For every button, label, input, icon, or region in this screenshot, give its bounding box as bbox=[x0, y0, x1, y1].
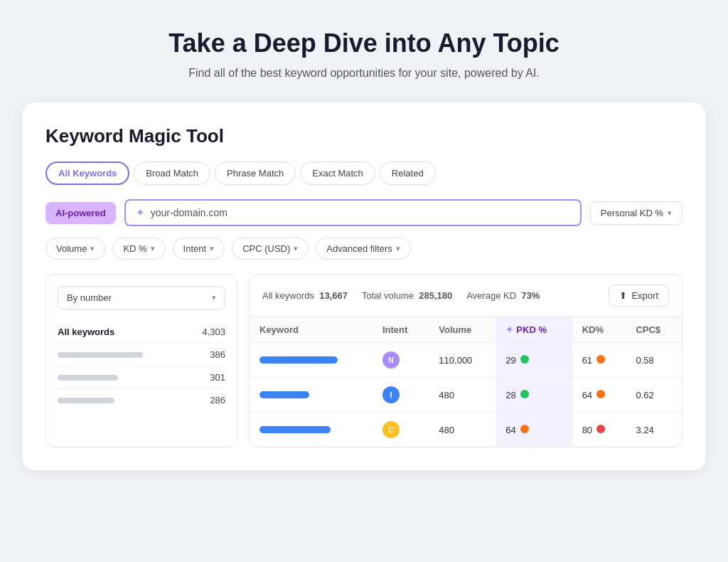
all-kw-label: All keywords bbox=[262, 290, 314, 301]
filter-row: Volume ▾ KD % ▾ Intent ▾ CPC (USD) ▾ Adv… bbox=[46, 238, 682, 260]
chevron-down-icon: ▾ bbox=[396, 244, 400, 253]
pkd-dot bbox=[520, 390, 529, 398]
kw-item-count: 301 bbox=[210, 372, 225, 383]
cell-cpc: 0.62 bbox=[626, 378, 682, 413]
export-button[interactable]: ⬆ Export bbox=[609, 285, 669, 307]
col-kd: KD% bbox=[572, 317, 626, 343]
sparkle-icon: ✦ bbox=[136, 206, 145, 219]
total-vol-stat: Total volume 285,180 bbox=[362, 290, 452, 301]
content-area: By number ▾ All keywords 4,303 386 301 2… bbox=[46, 274, 682, 447]
kd-dot bbox=[596, 390, 605, 398]
tab-exact-match[interactable]: Exact Match bbox=[300, 161, 375, 185]
list-item[interactable]: 286 bbox=[58, 389, 225, 411]
export-label: Export bbox=[631, 290, 658, 301]
kd-filter-label: KD % bbox=[123, 243, 146, 254]
kw-item-label: All keywords bbox=[58, 327, 114, 337]
intent-badge: I bbox=[382, 386, 400, 403]
avg-kd-stat: Average KD 73% bbox=[466, 290, 540, 301]
avg-kd-value: 73% bbox=[521, 290, 540, 301]
tab-phrase-match[interactable]: Phrase Match bbox=[215, 161, 296, 185]
chevron-down-icon: ▾ bbox=[90, 244, 95, 253]
tab-all-keywords[interactable]: All Keywords bbox=[46, 161, 129, 185]
cell-intent: N bbox=[373, 343, 429, 378]
hero-subtitle: Find all of the best keyword opportuniti… bbox=[168, 67, 559, 80]
all-kw-value: 13,667 bbox=[319, 290, 348, 301]
pkd-dot bbox=[520, 425, 529, 433]
search-input-wrap[interactable]: ✦ bbox=[124, 199, 582, 226]
right-panel: All keywords 13,667 Total volume 285,180… bbox=[249, 274, 682, 447]
volume-filter-label: Volume bbox=[56, 243, 87, 254]
cell-cpc: 3.24 bbox=[626, 413, 682, 447]
avg-kd-label: Average KD bbox=[466, 290, 516, 301]
advanced-filters[interactable]: Advanced filters ▾ bbox=[316, 238, 411, 260]
cell-keyword bbox=[250, 378, 373, 413]
cell-intent: C bbox=[373, 413, 429, 447]
stats-bar: All keywords 13,667 Total volume 285,180… bbox=[262, 290, 540, 301]
keyword-bar bbox=[259, 391, 309, 398]
col-keyword: Keyword bbox=[250, 317, 373, 343]
table-row: I 480 28 64 0.62 bbox=[250, 378, 682, 413]
kd-filter[interactable]: KD % ▾ bbox=[112, 238, 165, 260]
cell-keyword bbox=[250, 413, 373, 447]
intent-filter-label: Intent bbox=[183, 243, 207, 254]
cell-pkd: 28 bbox=[496, 378, 572, 413]
table-header-row: Keyword Intent Volume ✦ PKD % KD% CPC$ bbox=[250, 317, 682, 343]
volume-filter[interactable]: Volume ▾ bbox=[46, 238, 105, 260]
table-row: C 480 64 80 3.24 bbox=[250, 413, 682, 447]
export-icon: ⬆ bbox=[619, 290, 627, 301]
intent-filter[interactable]: Intent ▾ bbox=[173, 238, 225, 260]
col-cpc: CPC$ bbox=[626, 317, 682, 343]
intent-badge: C bbox=[382, 421, 400, 438]
keyword-table-wrap: Keyword Intent Volume ✦ PKD % KD% CPC$ bbox=[250, 317, 682, 447]
kw-bar bbox=[58, 398, 114, 403]
kd-dropdown[interactable]: Personal KD % ▾ bbox=[590, 201, 682, 225]
chevron-down-icon: ▾ bbox=[294, 244, 298, 253]
list-item[interactable]: 386 bbox=[58, 344, 225, 366]
list-item[interactable]: 301 bbox=[58, 366, 225, 389]
col-volume: Volume bbox=[429, 317, 496, 343]
col-intent: Intent bbox=[373, 317, 429, 343]
right-panel-header: All keywords 13,667 Total volume 285,180… bbox=[250, 275, 682, 317]
col-pkd: ✦ PKD % bbox=[496, 317, 572, 343]
keyword-table: Keyword Intent Volume ✦ PKD % KD% CPC$ bbox=[250, 317, 682, 447]
kd-dot bbox=[596, 425, 605, 433]
kw-item-count: 386 bbox=[210, 349, 225, 360]
total-vol-label: Total volume bbox=[362, 290, 414, 301]
kw-all-keywords-item[interactable]: All keywords 4,303 bbox=[58, 321, 225, 344]
by-number-dropdown[interactable]: By number ▾ bbox=[58, 286, 225, 309]
cell-volume: 110,000 bbox=[429, 343, 496, 378]
table-row: N 110,000 29 61 0.58 bbox=[250, 343, 682, 378]
cell-kd: 64 bbox=[572, 378, 626, 413]
kw-item-count: 286 bbox=[210, 395, 225, 405]
chevron-down-icon: ▾ bbox=[212, 293, 216, 302]
cpc-filter[interactable]: CPC (USD) ▾ bbox=[232, 238, 309, 260]
left-panel: By number ▾ All keywords 4,303 386 301 2… bbox=[46, 274, 237, 447]
chevron-down-icon: ▾ bbox=[151, 244, 155, 253]
total-vol-value: 285,180 bbox=[419, 290, 452, 301]
pkd-dot bbox=[520, 355, 529, 364]
search-input[interactable] bbox=[151, 207, 570, 218]
tab-broad-match[interactable]: Broad Match bbox=[134, 161, 210, 185]
cell-kd: 80 bbox=[572, 413, 626, 447]
cell-cpc: 0.58 bbox=[626, 343, 682, 378]
chevron-down-icon: ▾ bbox=[210, 244, 214, 253]
search-row: AI-powered ✦ Personal KD % ▾ bbox=[46, 199, 682, 226]
hero-section: Take a Deep Dive into Any Topic Find all… bbox=[168, 28, 559, 80]
kd-dot bbox=[596, 355, 605, 364]
cell-volume: 480 bbox=[429, 378, 496, 413]
tab-bar: All Keywords Broad Match Phrase Match Ex… bbox=[46, 161, 682, 185]
tab-related[interactable]: Related bbox=[380, 161, 436, 185]
keyword-bar bbox=[259, 426, 331, 433]
kd-dropdown-label: Personal KD % bbox=[601, 208, 663, 218]
hero-title: Take a Deep Dive into Any Topic bbox=[168, 28, 559, 58]
cell-keyword bbox=[250, 343, 373, 378]
intent-badge: N bbox=[382, 351, 400, 369]
ai-badge: AI-powered bbox=[46, 202, 116, 224]
cell-kd: 61 bbox=[572, 343, 626, 378]
cell-intent: I bbox=[373, 378, 429, 413]
cpc-filter-label: CPC (USD) bbox=[242, 243, 290, 254]
keyword-bar bbox=[259, 356, 338, 364]
cell-volume: 480 bbox=[429, 413, 496, 447]
kw-item-count: 4,303 bbox=[202, 327, 225, 337]
cell-pkd: 29 bbox=[496, 343, 572, 378]
